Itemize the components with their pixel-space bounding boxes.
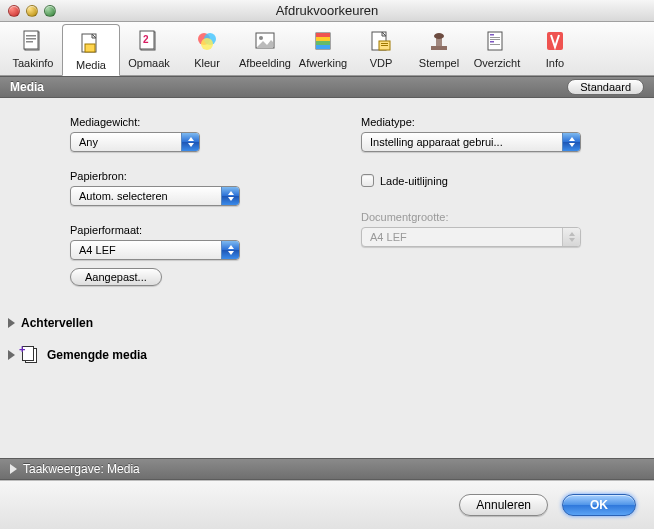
paper-format-label: Papierformaat: [70,224,341,236]
tab-label: VDP [370,57,393,69]
overzicht-icon [483,27,511,55]
disclosure-triangle-icon [8,350,15,360]
svg-rect-7 [85,44,95,52]
tab-label: Afwerking [299,57,347,69]
svg-rect-1 [24,31,38,49]
toolbar: Taakinfo Media 2 Opmaak Kleur Afbeelding… [0,22,654,76]
tray-alignment-checkbox[interactable]: Lade-uitlijning [361,174,632,187]
paper-format-value: A4 LEF [79,244,116,256]
media-weight-value: Any [79,136,98,148]
svg-rect-19 [316,41,330,45]
document-size-label: Documentgrootte: [361,211,632,223]
svg-rect-2 [26,35,36,37]
tab-label: Taakinfo [13,57,54,69]
tab-media[interactable]: Media [62,24,120,76]
paper-format-select[interactable]: A4 LEF [70,240,240,260]
svg-rect-20 [316,45,330,49]
tab-label: Kleur [194,57,220,69]
svg-rect-17 [316,33,330,37]
disclosure-triangle-icon [8,318,15,328]
tab-taakinfo[interactable]: Taakinfo [4,23,62,75]
media-type-select[interactable]: Instelling apparaat gebrui... [361,132,581,152]
tab-kleur[interactable]: Kleur [178,23,236,75]
disclosure-triangle-icon [10,464,17,474]
svg-rect-32 [490,39,500,40]
media-type-value: Instelling apparaat gebrui... [370,136,503,148]
paper-source-value: Autom. selecteren [79,190,168,202]
svg-rect-18 [316,37,330,41]
vdp-icon [367,27,395,55]
preview-bar-label: Taakweergave: Media [23,462,140,476]
tab-label: Overzicht [474,57,520,69]
taakinfo-icon [19,27,47,55]
chevron-up-down-icon [221,187,239,205]
chevron-up-down-icon [181,133,199,151]
svg-rect-25 [381,45,388,46]
disclosure-label: Gemengde media [47,348,147,362]
svg-rect-24 [381,43,388,44]
opmaak-icon: 2 [135,27,163,55]
tab-opmaak[interactable]: 2 Opmaak [120,23,178,75]
section-title: Media [10,80,44,94]
svg-point-15 [259,36,263,40]
dialog-footer: Annuleren OK [0,480,654,529]
window-title: Afdrukvoorkeuren [0,3,654,18]
svg-rect-3 [26,38,36,40]
svg-rect-30 [490,34,494,36]
document-size-value: A4 LEF [370,231,407,243]
afwerking-icon [309,27,337,55]
svg-rect-31 [490,37,500,38]
disclosure-mixed-media[interactable]: + Gemengde media [8,346,646,364]
media-weight-select[interactable]: Any [70,132,200,152]
media-weight-label: Mediagewicht: [70,116,341,128]
chevron-up-down-icon [562,133,580,151]
svg-rect-4 [26,41,33,43]
section-header: Media Standaard [0,76,654,98]
preview-bar[interactable]: Taakweergave: Media [0,458,654,480]
titlebar: Afdrukvoorkeuren [0,0,654,22]
paper-source-label: Papierbron: [70,170,341,182]
ok-button[interactable]: OK [562,494,636,516]
svg-rect-33 [490,41,494,43]
paper-source-select[interactable]: Autom. selecteren [70,186,240,206]
tab-info[interactable]: Info [526,23,584,75]
disclosure-back-covers[interactable]: Achtervellen [8,316,646,330]
stempel-icon [425,27,453,55]
tab-stempel[interactable]: Stempel [410,23,468,75]
tab-afwerking[interactable]: Afwerking [294,23,352,75]
mixed-media-icon: + [21,346,41,364]
svg-rect-34 [490,44,500,45]
tab-overzicht[interactable]: Overzicht [468,23,526,75]
svg-point-28 [434,33,444,39]
chevron-up-down-icon [221,241,239,259]
checkbox-box [361,174,374,187]
tab-label: Info [546,57,564,69]
media-type-label: Mediatype: [361,116,632,128]
chevron-up-down-icon [562,228,580,246]
cancel-button[interactable]: Annuleren [459,494,548,516]
afbeelding-icon [251,27,279,55]
svg-point-13 [201,38,213,50]
tab-label: Stempel [419,57,459,69]
tab-vdp[interactable]: VDP [352,23,410,75]
kleur-icon [193,27,221,55]
tab-label: Media [76,59,106,71]
svg-text:2: 2 [143,34,149,45]
svg-rect-26 [431,46,447,50]
defaults-button[interactable]: Standaard [567,79,644,95]
document-size-select: A4 LEF [361,227,581,247]
disclosure-label: Achtervellen [21,316,93,330]
tray-alignment-label: Lade-uitlijning [380,175,448,187]
media-icon [77,29,105,57]
media-panel: Mediagewicht: Any Papierbron: Autom. sel… [0,98,654,456]
custom-format-button[interactable]: Aangepast... [70,268,162,286]
info-icon [541,27,569,55]
tab-label: Afbeelding [239,57,291,69]
tab-afbeelding[interactable]: Afbeelding [236,23,294,75]
tab-label: Opmaak [128,57,170,69]
